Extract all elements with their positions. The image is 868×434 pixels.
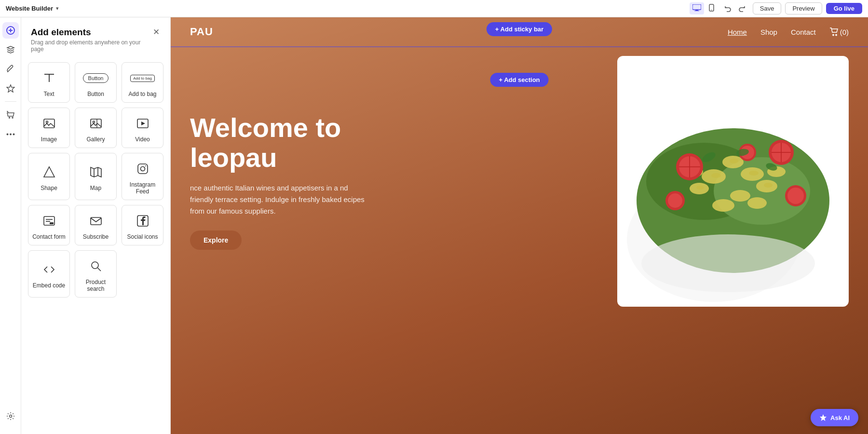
svg-point-52 bbox=[712, 199, 734, 212]
element-card-image[interactable]: Image bbox=[28, 108, 70, 148]
preview-food-image-area bbox=[617, 56, 849, 307]
title-chevron-icon: ▾ bbox=[56, 5, 59, 12]
element-label-embed: Embed code bbox=[33, 282, 65, 289]
svg-rect-18 bbox=[44, 119, 54, 128]
element-card-instagram[interactable]: Instagram Feed bbox=[122, 153, 163, 200]
svg-point-14 bbox=[13, 133, 14, 135]
main-area: Add elements Drag and drop elements anyw… bbox=[0, 17, 868, 434]
nav-link-home[interactable]: Home bbox=[728, 28, 747, 36]
redo-btn[interactable] bbox=[735, 3, 749, 14]
svg-point-30 bbox=[140, 167, 145, 171]
svg-marker-9 bbox=[7, 85, 14, 92]
save-button[interactable]: Save bbox=[753, 2, 782, 14]
element-card-button[interactable]: Button Button bbox=[75, 62, 117, 103]
element-card-social[interactable]: Social icons bbox=[122, 205, 163, 245]
instagram-icon bbox=[134, 160, 151, 177]
sidebar-divider bbox=[5, 101, 16, 102]
video-icon bbox=[134, 115, 151, 132]
svg-marker-24 bbox=[141, 122, 145, 125]
element-card-productsearch[interactable]: Product search bbox=[75, 250, 117, 298]
element-card-video[interactable]: Video bbox=[122, 108, 163, 148]
add-sticky-bar-btn[interactable]: + Add sticky bar bbox=[487, 22, 552, 36]
explore-btn[interactable]: Explore bbox=[190, 231, 242, 250]
nav-link-shop[interactable]: Shop bbox=[760, 28, 777, 36]
add-elements-panel: Add elements Drag and drop elements anyw… bbox=[21, 17, 171, 434]
add-section-btn[interactable]: + Add section bbox=[490, 73, 548, 87]
svg-point-58 bbox=[749, 171, 759, 176]
preview-heading: Welcome toleopau bbox=[190, 113, 598, 172]
desktop-device-btn[interactable] bbox=[690, 2, 704, 14]
svg-point-15 bbox=[9, 415, 12, 418]
element-card-embed[interactable]: Embed code bbox=[28, 250, 70, 298]
svg-point-53 bbox=[747, 197, 767, 209]
embed-icon bbox=[41, 261, 58, 278]
svg-point-75 bbox=[641, 234, 815, 292]
element-card-map[interactable]: Map bbox=[75, 153, 117, 200]
mobile-device-btn[interactable] bbox=[706, 2, 717, 14]
sidebar-more-btn[interactable] bbox=[2, 126, 19, 142]
canvas-area: + Add sticky bar PAU Home Shop Contact (… bbox=[171, 17, 868, 434]
sidebar-add-btn[interactable] bbox=[2, 22, 19, 39]
svg-point-10 bbox=[9, 117, 10, 118]
panel-title-area: Add elements Drag and drop elements anyw… bbox=[31, 27, 152, 53]
element-card-shape[interactable]: Shape bbox=[28, 153, 70, 200]
svg-point-57 bbox=[730, 159, 738, 163]
svg-point-60 bbox=[764, 183, 773, 188]
panel-subtitle: Drag and drop elements anywhere on your … bbox=[31, 39, 152, 53]
productsearch-icon bbox=[87, 258, 105, 275]
svg-point-40 bbox=[832, 34, 833, 35]
svg-rect-35 bbox=[50, 222, 54, 224]
nav-link-contact[interactable]: Contact bbox=[791, 28, 816, 36]
sidebar-layers-btn[interactable] bbox=[2, 41, 19, 58]
sidebar-ai-btn[interactable] bbox=[2, 80, 19, 96]
svg-point-8 bbox=[11, 68, 12, 69]
svg-line-39 bbox=[97, 268, 101, 271]
undo-btn[interactable] bbox=[721, 3, 734, 14]
cart-count: (0) bbox=[840, 28, 849, 36]
preview-hero-content: Welcome toleopau nce authentic Italian w… bbox=[190, 56, 849, 307]
preview-text-area: Welcome toleopau nce authentic Italian w… bbox=[190, 113, 617, 249]
bottom-bar: Ask AI bbox=[811, 409, 858, 426]
svg-point-21 bbox=[93, 121, 95, 123]
element-label-button: Button bbox=[87, 91, 104, 97]
topbar-right: Save Preview Go live bbox=[690, 2, 862, 14]
shape-icon bbox=[41, 163, 58, 181]
element-label-contactform: Contact form bbox=[32, 233, 66, 240]
element-label-map: Map bbox=[90, 185, 101, 191]
svg-marker-26 bbox=[91, 167, 101, 177]
element-label-addtobag: Add to bag bbox=[128, 91, 156, 97]
svg-marker-79 bbox=[820, 414, 827, 421]
element-label-image: Image bbox=[41, 136, 57, 143]
undo-redo-group bbox=[721, 3, 749, 14]
svg-point-72 bbox=[668, 193, 682, 208]
golive-button[interactable]: Go live bbox=[826, 3, 862, 14]
element-card-addtobag[interactable]: Add to bag Add to bag bbox=[122, 62, 163, 103]
svg-point-4 bbox=[711, 10, 712, 11]
element-card-text[interactable]: Text bbox=[28, 62, 70, 103]
element-label-text: Text bbox=[43, 91, 54, 97]
svg-point-51 bbox=[730, 190, 750, 202]
svg-point-19 bbox=[46, 121, 48, 123]
element-card-gallery[interactable]: Gallery bbox=[75, 108, 117, 148]
element-label-shape: Shape bbox=[41, 185, 57, 191]
preview-logo: PAU bbox=[190, 26, 213, 38]
element-label-productsearch: Product search bbox=[79, 279, 112, 292]
svg-point-12 bbox=[6, 133, 8, 135]
app-title: Website Builder bbox=[6, 5, 53, 12]
sidebar-design-btn[interactable] bbox=[2, 61, 19, 77]
ask-ai-btn[interactable]: Ask AI bbox=[811, 409, 858, 426]
sidebar-store-btn[interactable] bbox=[2, 107, 19, 123]
canvas-inner: + Add sticky bar PAU Home Shop Contact (… bbox=[171, 17, 868, 434]
svg-point-59 bbox=[696, 186, 704, 190]
cart-icon-area[interactable]: (0) bbox=[829, 27, 849, 36]
element-label-instagram: Instagram Feed bbox=[126, 181, 159, 195]
sidebar-settings-btn[interactable] bbox=[2, 408, 19, 424]
panel-close-btn[interactable]: ✕ bbox=[152, 27, 161, 37]
svg-point-38 bbox=[92, 262, 98, 269]
preview-button[interactable]: Preview bbox=[785, 2, 822, 14]
topbar-left: Website Builder ▾ bbox=[6, 5, 59, 12]
svg-rect-2 bbox=[694, 11, 699, 11]
element-card-subscribe[interactable]: Subscribe bbox=[75, 205, 117, 245]
element-card-contactform[interactable]: Contact form bbox=[28, 205, 70, 245]
svg-point-11 bbox=[12, 117, 13, 118]
